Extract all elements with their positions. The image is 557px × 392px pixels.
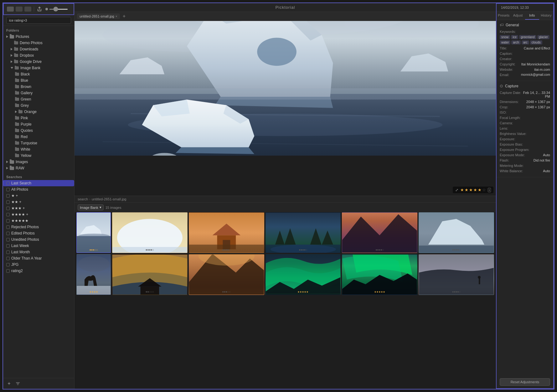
thumbnail-10[interactable]: ★★★★★ [266, 254, 341, 295]
star-3[interactable]: ★ [469, 188, 473, 192]
checkbox[interactable] [6, 225, 10, 229]
checkbox[interactable] [6, 244, 10, 248]
checkbox[interactable] [6, 182, 10, 185]
view-mode-btn-1[interactable] [7, 7, 14, 12]
sidebar-item-image-bank[interactable]: Image Bank [3, 65, 74, 71]
sidebar-item-purple[interactable]: Purple [3, 121, 74, 127]
checkbox[interactable] [6, 213, 10, 216]
checkbox[interactable] [6, 269, 10, 273]
svg-rect-1 [17, 384, 19, 384]
sidebar-item-downloads[interactable]: Downloads [3, 46, 74, 52]
sidebar-search-edited[interactable]: Edited Photos [3, 230, 74, 236]
sidebar-item-raw[interactable]: RAW [3, 165, 74, 171]
folder-icon [15, 85, 19, 88]
checkbox[interactable] [6, 250, 10, 254]
sidebar-search-last-week[interactable]: Last Week [3, 243, 74, 249]
sidebar-search-unedited[interactable]: Unedited Photos [3, 236, 74, 243]
sidebar-item-brown[interactable]: Brown [3, 84, 74, 90]
thumbnail-12[interactable]: ●●●●○ [419, 254, 494, 295]
zoom-slider[interactable] [49, 9, 68, 10]
sidebar-search-rating2[interactable]: rating2 [3, 268, 74, 274]
sidebar-search-jpg[interactable]: JPG [3, 261, 74, 268]
sidebar-item-quotes[interactable]: Quotes [3, 127, 74, 134]
sidebar-item-images[interactable]: Images [3, 159, 74, 165]
sidebar-item-demo-photos[interactable]: Demo Photos [3, 40, 74, 46]
thumbnail-4[interactable]: ●●●●○ [266, 212, 341, 253]
folder-icon [10, 35, 14, 39]
sidebar-search-4star[interactable]: ★★★★ + [3, 211, 74, 218]
tab-close-icon[interactable]: × [116, 15, 117, 18]
bank-selector[interactable]: Image Bank ▾ [78, 204, 104, 210]
camera-row: Camera: [500, 121, 550, 125]
sidebar-item-pink[interactable]: Pink [3, 115, 74, 121]
share-icon[interactable] [37, 6, 42, 12]
filmstrip-grid: ●●●○○ [75, 212, 496, 389]
add-search-button[interactable]: + [6, 381, 12, 386]
sidebar-item-black[interactable]: Black [3, 71, 74, 77]
sidebar-search-5star[interactable]: ★★★★★ [3, 218, 74, 224]
sidebar-search-last-search[interactable]: Last Search [3, 180, 74, 186]
sidebar-item-dropbox[interactable]: Dropbox [3, 52, 74, 59]
view-mode-btn-2[interactable] [16, 7, 23, 12]
checkbox[interactable] [6, 188, 10, 191]
tab-adjust[interactable]: Adjust [511, 12, 525, 20]
search-input[interactable]: ice rating>3 [6, 17, 71, 24]
sidebar-item-yellow[interactable]: Yellow [3, 152, 74, 159]
add-tab-button[interactable]: + [121, 13, 127, 19]
filter-icon[interactable] [15, 381, 21, 386]
sidebar-item-white[interactable]: White [3, 146, 74, 152]
sidebar-item-google-drive[interactable]: Google Drive [3, 59, 74, 65]
sidebar-item-blue[interactable]: Blue [3, 77, 74, 84]
tab-presets[interactable]: Presets [497, 12, 511, 20]
sidebar-search-all-photos[interactable]: All Photos [3, 186, 74, 193]
thumbnail-11[interactable]: ★★★★★ [342, 254, 417, 295]
view-mode-btn-3[interactable] [24, 7, 31, 12]
star-5[interactable]: ★ [478, 188, 482, 192]
photo-tab[interactable]: untitled-2651-small.jpg × [77, 13, 120, 19]
thumbnail-8[interactable]: ●●○○○ [112, 254, 188, 295]
thumbnail-2[interactable]: ●●●●○ [112, 212, 188, 253]
info-overlay-icon[interactable]: i [488, 188, 491, 192]
reset-adjustments-button[interactable]: Reset Adjustments [500, 378, 550, 386]
fullscreen-icon[interactable]: ⤢ [455, 188, 458, 192]
sidebar-item-turquoise[interactable]: Turquoise [3, 140, 74, 146]
sidebar-search-3star[interactable]: ★★★ + [3, 205, 74, 211]
sidebar-item-orange[interactable]: Orange [3, 109, 74, 115]
sidebar-item-red[interactable]: Red [3, 134, 74, 140]
sidebar-item-grey[interactable]: Grey [3, 102, 74, 109]
sidebar-item-green[interactable]: Green [3, 96, 74, 102]
checkbox[interactable] [6, 219, 10, 223]
folder-icon [10, 167, 14, 170]
sidebar-item-gallery[interactable]: Gallery [3, 90, 74, 96]
checkbox[interactable] [6, 232, 10, 235]
copyright-value: Itai Monnickendam [521, 62, 550, 66]
checkbox[interactable] [6, 194, 10, 198]
checkbox[interactable] [6, 238, 10, 241]
tab-info[interactable]: Info [525, 12, 539, 20]
tab-history[interactable]: History [539, 12, 553, 20]
sidebar-search-1star[interactable]: ★ + [3, 193, 74, 199]
thumbnail-6[interactable]: ●●●●○ [419, 212, 494, 253]
star-6[interactable]: ☆ [482, 188, 486, 192]
star-4[interactable]: ★ [473, 188, 477, 192]
email-row: Email: monnick@gmail.com [500, 73, 550, 77]
folder-icon [15, 98, 19, 101]
star-rating[interactable]: ★ ★ ★ ★ ★ ☆ [460, 188, 486, 192]
thumbnail-9[interactable]: ●●●○○ [189, 254, 264, 295]
star-2[interactable]: ★ [465, 188, 468, 192]
folder-icon [14, 60, 18, 63]
thumbnail-7[interactable]: ★★★★ [76, 254, 111, 295]
checkbox[interactable] [6, 207, 10, 210]
checkbox[interactable] [6, 263, 10, 266]
checkbox[interactable] [6, 257, 10, 260]
sidebar-search-last-month[interactable]: Last Month [3, 249, 74, 255]
checkbox[interactable] [6, 200, 10, 204]
thumbnail-5[interactable]: ●●●●○ [342, 212, 417, 253]
thumbnail-1[interactable]: ●●●○○ [76, 212, 111, 253]
star-1[interactable]: ★ [460, 188, 464, 192]
sidebar-search-rejected[interactable]: Rejected Photos [3, 224, 74, 230]
sidebar-search-older-than-year[interactable]: Older Than A Year [3, 255, 74, 261]
sidebar-search-2star[interactable]: ★★ + [3, 199, 74, 205]
sidebar-item-pictures[interactable]: Pictures [3, 34, 74, 40]
thumbnail-3[interactable]: ●●●●○ [189, 212, 264, 253]
